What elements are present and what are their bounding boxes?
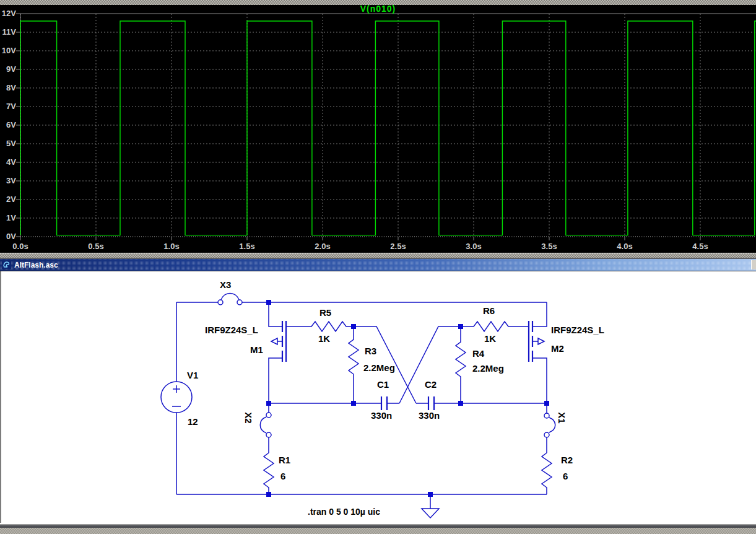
r3-value-label[interactable]: 2.2Meg bbox=[363, 362, 395, 373]
v1-voltage-source-symbol[interactable] bbox=[161, 382, 192, 413]
m1-pmos-symbol[interactable] bbox=[269, 302, 286, 403]
r1-resistor-symbol[interactable] bbox=[264, 453, 274, 494]
spice-directive[interactable]: .tran 0 5 0 10µ uic bbox=[308, 507, 380, 517]
v1-name-label[interactable]: V1 bbox=[187, 370, 198, 380]
crosswire-right[interactable] bbox=[399, 326, 461, 403]
y-axis-tick-label: 8V bbox=[0, 83, 16, 92]
x-axis-tick-label: 1.0s bbox=[158, 242, 185, 251]
schematic-doc-icon bbox=[2, 261, 11, 269]
x-axis-tick-label: 2.0s bbox=[309, 242, 336, 251]
v1-value-label[interactable]: 12 bbox=[188, 416, 198, 427]
y-axis-tick-label: 1V bbox=[0, 213, 16, 222]
r6-resistor-symbol[interactable] bbox=[461, 322, 529, 331]
waveform-pane[interactable]: V(n010) 0V1V2V3V4V5V6V7V8V9V10V11V12V0.0… bbox=[0, 0, 756, 253]
x-axis-tick-label: 3.5s bbox=[536, 242, 563, 251]
wire-junctions bbox=[266, 300, 549, 497]
x1-label[interactable]: X1 bbox=[556, 413, 567, 423]
window-title: AltFlash.asc bbox=[14, 261, 58, 269]
y-axis-tick-label: 0V bbox=[0, 232, 16, 241]
r2-value-label[interactable]: 6 bbox=[563, 471, 568, 481]
c1-name-label[interactable]: C1 bbox=[377, 379, 389, 390]
y-axis-tick-label: 11V bbox=[0, 27, 16, 37]
m1-name-label[interactable]: M1 bbox=[250, 344, 263, 355]
x-axis-tick-label: 4.0s bbox=[611, 242, 638, 251]
r5-name-label[interactable]: R5 bbox=[319, 307, 331, 318]
titlebar-dither-texture bbox=[0, 259, 756, 271]
y-axis-tick-label: 4V bbox=[0, 157, 16, 167]
y-axis-tick-label: 7V bbox=[0, 102, 16, 111]
r5-value-label[interactable]: 1K bbox=[318, 333, 330, 344]
schematic-canvas[interactable]: X3 V1 12 IRF9Z24S_L M1 IRF9Z24S_L M2 R5 … bbox=[0, 271, 756, 523]
r3-resistor-symbol[interactable] bbox=[349, 326, 358, 403]
r2-resistor-symbol[interactable] bbox=[542, 453, 552, 494]
bottom-dither-texture bbox=[0, 528, 756, 534]
x-axis-tick-label: 4.5s bbox=[687, 242, 714, 251]
m2-model-label[interactable]: IRF9Z24S_L bbox=[551, 325, 604, 335]
y-axis-tick-label: 3V bbox=[0, 176, 16, 185]
c2-value-label[interactable]: 330n bbox=[419, 410, 440, 421]
x1-lamp-symbol[interactable] bbox=[544, 413, 555, 437]
x-axis-tick-label: 0.5s bbox=[82, 242, 110, 251]
y-axis-tick-label: 5V bbox=[0, 139, 16, 148]
m2-name-label[interactable]: M2 bbox=[551, 343, 564, 354]
r1-name-label[interactable]: R1 bbox=[279, 455, 290, 465]
r4-name-label[interactable]: R4 bbox=[472, 348, 484, 359]
x-axis-tick-label: 3.0s bbox=[460, 242, 487, 251]
x-axis-tick-label: 1.5s bbox=[233, 242, 261, 251]
c2-capacitor-symbol[interactable] bbox=[428, 396, 434, 410]
r5-resistor-symbol[interactable] bbox=[286, 322, 354, 331]
scrollbar-stub[interactable] bbox=[751, 260, 756, 269]
r2-name-label[interactable]: R2 bbox=[561, 455, 573, 465]
schematic-titlebar[interactable]: AltFlash.asc bbox=[0, 259, 756, 271]
x2-lamp-symbol[interactable] bbox=[260, 413, 271, 437]
c1-value-label[interactable]: 330n bbox=[371, 410, 392, 421]
r4-value-label[interactable]: 2.2Meg bbox=[472, 363, 504, 374]
r6-value-label[interactable]: 1K bbox=[484, 333, 496, 344]
y-axis-tick-label: 6V bbox=[0, 120, 16, 129]
x-axis-tick-label: 2.5s bbox=[385, 242, 412, 251]
y-axis-tick-label: 10V bbox=[0, 46, 16, 55]
pane-divider[interactable] bbox=[0, 253, 756, 259]
r3-name-label[interactable]: R3 bbox=[365, 346, 376, 356]
r4-resistor-symbol[interactable] bbox=[456, 326, 466, 403]
window-bottom-edge bbox=[0, 523, 756, 534]
r6-name-label[interactable]: R6 bbox=[483, 305, 495, 316]
c1-capacitor-symbol[interactable] bbox=[381, 396, 387, 410]
y-axis-tick-label: 2V bbox=[0, 195, 16, 204]
x-axis-tick-label: 0.0s bbox=[7, 242, 34, 251]
x2-label[interactable]: X2 bbox=[243, 413, 254, 423]
y-axis-tick-label: 9V bbox=[0, 64, 16, 74]
r1-value-label[interactable]: 6 bbox=[280, 471, 285, 481]
ltspice-window: V(n010) 0V1V2V3V4V5V6V7V8V9V10V11V12V0.0… bbox=[0, 0, 756, 534]
m1-model-label[interactable]: IRF9Z24S_L bbox=[205, 325, 258, 335]
c2-name-label[interactable]: C2 bbox=[425, 379, 437, 390]
waveform-plot-area[interactable] bbox=[0, 0, 756, 253]
y-axis-tick-label: 12V bbox=[0, 9, 16, 18]
x3-label[interactable]: X3 bbox=[220, 279, 231, 290]
trace-name-label[interactable]: V(n010) bbox=[0, 4, 756, 14]
x3-lamp-symbol[interactable] bbox=[218, 294, 242, 305]
m2-pmos-symbol[interactable] bbox=[529, 302, 547, 403]
ground-symbol[interactable] bbox=[422, 494, 439, 518]
